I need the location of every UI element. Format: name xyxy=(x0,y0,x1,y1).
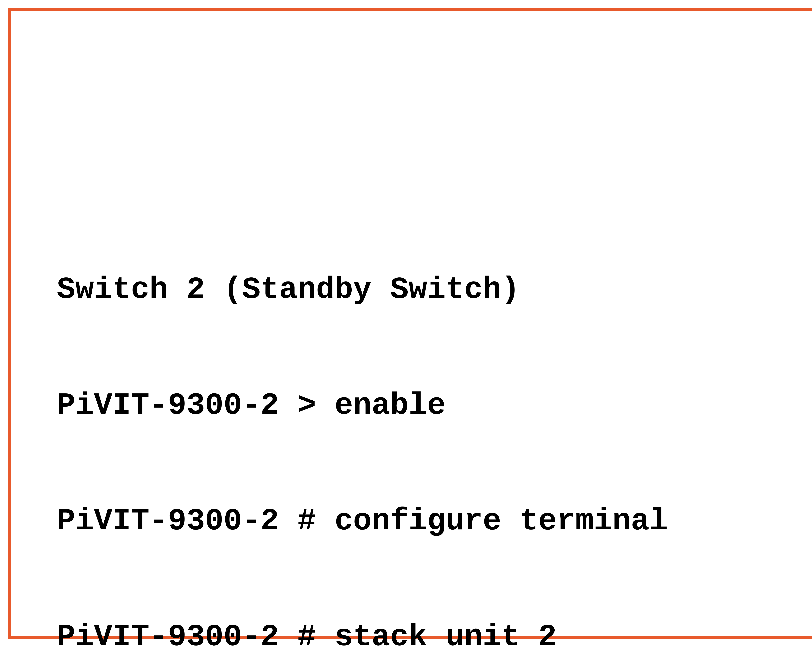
terminal-line-stack-unit: PiVIT-9300-2 # stack unit 2 xyxy=(57,618,812,647)
terminal-output: Switch 2 (Standby Switch) PiVIT-9300-2 >… xyxy=(57,193,812,647)
terminal-line-enable: PiVIT-9300-2 > enable xyxy=(57,386,812,425)
document-frame: P I V I T Switch 2 (Standby Switch) PiVI… xyxy=(8,8,812,639)
terminal-line-configure: PiVIT-9300-2 # configure terminal xyxy=(57,502,812,541)
terminal-line-header: Switch 2 (Standby Switch) xyxy=(57,271,812,309)
